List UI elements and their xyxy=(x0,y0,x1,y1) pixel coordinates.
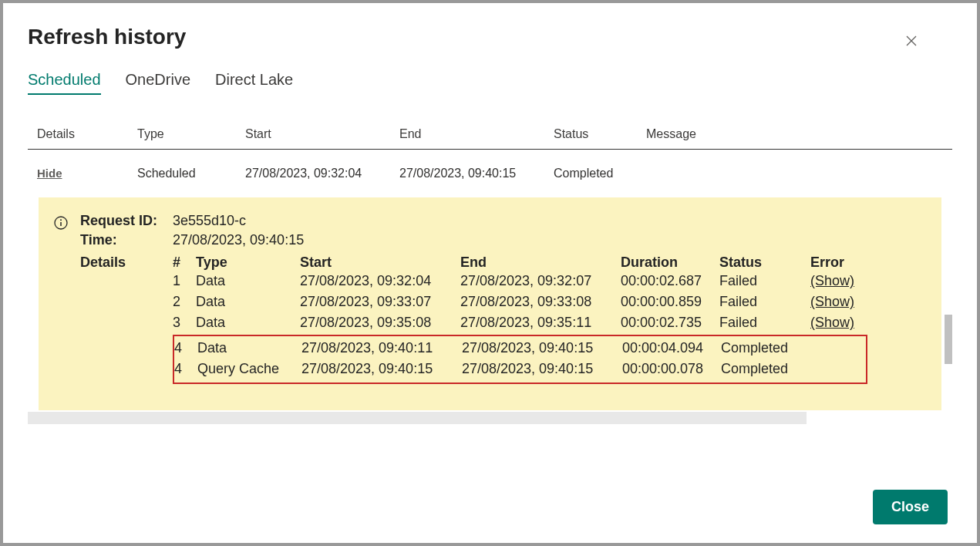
details-panel: Request ID: 3e555d10-c Time: 27/08/2023,… xyxy=(39,197,941,410)
dt-start: 27/08/2023, 09:35:08 xyxy=(300,315,460,331)
details-row: 4 Query Cache 27/08/2023, 09:40:15 27/08… xyxy=(174,359,866,379)
dt-duration: 00:00:00.859 xyxy=(621,294,719,310)
col-type: Type xyxy=(137,127,245,141)
row-end: 27/08/2023, 09:40:15 xyxy=(399,167,554,180)
dt-col-status: Status xyxy=(719,254,810,271)
details-label: Details xyxy=(80,254,173,271)
dt-end: 27/08/2023, 09:32:07 xyxy=(460,273,621,289)
col-start: Start xyxy=(245,127,399,141)
dt-duration: 00:00:00.078 xyxy=(622,361,721,377)
dt-col-duration: Duration xyxy=(621,254,719,271)
dt-end: 27/08/2023, 09:40:15 xyxy=(462,361,622,377)
dt-col-end: End xyxy=(460,254,621,271)
dt-num: 1 xyxy=(173,273,196,289)
col-details: Details xyxy=(37,127,137,141)
refresh-history-dialog: Refresh history Scheduled OneDrive Direc… xyxy=(3,3,977,543)
dt-duration: 00:00:02.687 xyxy=(621,273,719,289)
show-error-link[interactable]: (Show) xyxy=(810,294,854,309)
time-label: Time: xyxy=(80,232,173,248)
horizontal-scrollbar[interactable] xyxy=(28,412,807,424)
dt-end: 27/08/2023, 09:33:08 xyxy=(460,294,621,310)
dt-status: Completed xyxy=(721,340,812,356)
request-id-label: Request ID: xyxy=(80,213,173,229)
col-message: Message xyxy=(646,127,943,141)
dt-col-start: Start xyxy=(300,254,460,271)
dt-duration: 00:00:02.735 xyxy=(621,315,719,331)
dt-type: Data xyxy=(196,294,300,310)
dt-status: Failed xyxy=(719,273,810,289)
time-value: 27/08/2023, 09:40:15 xyxy=(173,232,304,248)
tab-scheduled[interactable]: Scheduled xyxy=(28,71,101,95)
dt-start: 27/08/2023, 09:32:04 xyxy=(300,273,460,289)
close-button[interactable]: Close xyxy=(873,490,948,524)
request-id-value: 3e555d10-c xyxy=(173,213,246,229)
row-start: 27/08/2023, 09:32:04 xyxy=(245,167,399,180)
dt-error xyxy=(812,340,866,356)
row-type: Scheduled xyxy=(137,167,245,180)
tab-onedrive[interactable]: OneDrive xyxy=(126,71,190,95)
show-error-link[interactable]: (Show) xyxy=(810,273,854,288)
details-table: # Type Start End Duration Status Error 1… xyxy=(173,254,867,384)
hide-link[interactable]: Hide xyxy=(37,167,62,180)
dt-col-error: Error xyxy=(810,254,864,271)
dt-end: 27/08/2023, 09:40:15 xyxy=(462,340,622,356)
history-row: Hide Scheduled 27/08/2023, 09:32:04 27/0… xyxy=(28,150,952,197)
history-table-header: Details Type Start End Status Message xyxy=(28,120,952,150)
details-row: 1 Data 27/08/2023, 09:32:04 27/08/2023, … xyxy=(173,271,867,292)
row-status: Completed xyxy=(554,167,646,180)
details-row: 3 Data 27/08/2023, 09:35:08 27/08/2023, … xyxy=(173,312,867,333)
dt-end: 27/08/2023, 09:35:11 xyxy=(460,315,621,331)
details-row: 4 Data 27/08/2023, 09:40:11 27/08/2023, … xyxy=(174,338,866,359)
col-end: End xyxy=(399,127,554,141)
svg-point-3 xyxy=(60,219,62,221)
show-error-link[interactable]: (Show) xyxy=(810,315,854,330)
details-row: 2 Data 27/08/2023, 09:33:07 27/08/2023, … xyxy=(173,292,867,312)
dt-type: Data xyxy=(196,273,300,289)
dt-status: Failed xyxy=(719,294,810,310)
dt-error xyxy=(812,361,866,377)
dt-col-num: # xyxy=(173,254,196,271)
dialog-footer: Close xyxy=(28,474,952,524)
dt-status: Failed xyxy=(719,315,810,331)
dt-type: Data xyxy=(196,315,300,331)
dt-start: 27/08/2023, 09:33:07 xyxy=(300,294,460,310)
dt-type: Data xyxy=(197,340,301,356)
dt-duration: 00:00:04.094 xyxy=(622,340,721,356)
dt-num: 4 xyxy=(174,340,197,356)
dt-num: 2 xyxy=(173,294,196,310)
tab-direct-lake[interactable]: Direct Lake xyxy=(215,71,293,95)
dt-start: 27/08/2023, 09:40:15 xyxy=(301,361,462,377)
details-table-header: # Type Start End Duration Status Error xyxy=(173,254,867,271)
col-status: Status xyxy=(554,127,646,141)
highlighted-rows-box: 4 Data 27/08/2023, 09:40:11 27/08/2023, … xyxy=(173,335,867,384)
dt-col-type: Type xyxy=(196,254,300,271)
dt-start: 27/08/2023, 09:40:11 xyxy=(301,340,462,356)
dt-status: Completed xyxy=(721,361,812,377)
vertical-scrollbar[interactable] xyxy=(945,315,952,364)
dt-num: 3 xyxy=(173,315,196,331)
tab-bar: Scheduled OneDrive Direct Lake xyxy=(28,71,952,95)
close-icon[interactable] xyxy=(906,35,917,49)
info-icon xyxy=(54,216,68,233)
dialog-title: Refresh history xyxy=(28,25,952,49)
dt-num: 4 xyxy=(174,361,197,377)
dt-type: Query Cache xyxy=(197,361,301,377)
